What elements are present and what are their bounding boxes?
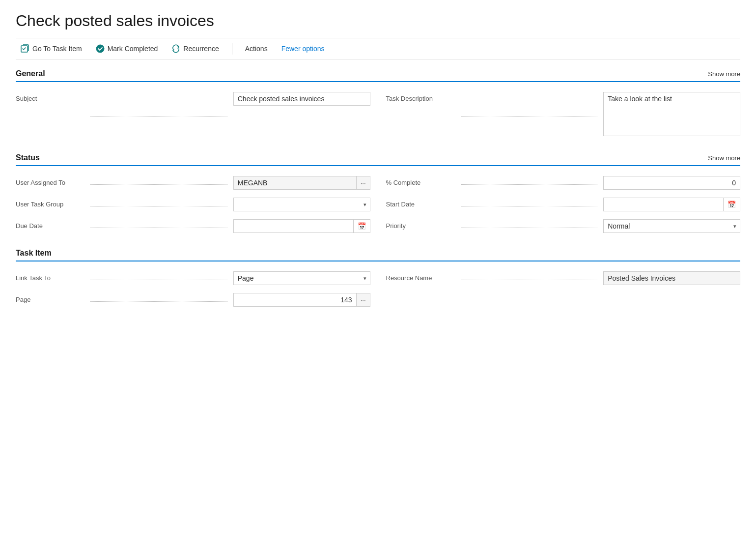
status-section-title: Status xyxy=(16,153,40,162)
page-label: Page xyxy=(16,293,84,303)
page-input[interactable] xyxy=(233,293,356,307)
user-assigned-dots xyxy=(90,184,227,185)
go-to-task-icon xyxy=(21,44,29,53)
task-item-section-title: Task Item xyxy=(16,249,52,258)
due-date-calendar-button[interactable]: 📅 xyxy=(353,219,370,233)
user-assigned-field-row: User Assigned To ··· xyxy=(16,176,370,190)
task-description-field-row: Task Description Take a look at the list xyxy=(386,92,741,138)
due-date-control: 📅 xyxy=(233,219,370,233)
link-task-to-select[interactable]: Page Report Codeunit xyxy=(233,271,370,285)
subject-field-row: Subject xyxy=(16,92,370,138)
user-assigned-ellipsis-button[interactable]: ··· xyxy=(356,176,370,190)
priority-field-row: Priority Normal Low High ▾ xyxy=(386,219,741,233)
resource-name-field-row: Resource Name xyxy=(386,271,741,285)
start-date-input[interactable] xyxy=(603,198,723,211)
recurrence-icon xyxy=(171,44,180,53)
toolbar-divider xyxy=(232,43,232,55)
pct-complete-field-row: % Complete xyxy=(386,176,741,190)
general-section-header: General Show more xyxy=(16,69,740,82)
start-date-input-group: 📅 xyxy=(603,198,740,211)
status-section: Status Show more User Assigned To ··· % … xyxy=(16,153,740,233)
task-item-section: Task Item Link Task To Page Report Codeu… xyxy=(16,249,740,307)
general-section-title: General xyxy=(16,69,45,78)
user-assigned-input-group: ··· xyxy=(233,176,370,190)
page-ellipsis-button[interactable]: ··· xyxy=(356,293,370,307)
due-date-dots xyxy=(90,228,227,228)
start-date-field-row: Start Date 📅 xyxy=(386,198,741,211)
fewer-options-button[interactable]: Fewer options xyxy=(277,43,330,55)
start-date-calendar-button[interactable]: 📅 xyxy=(723,198,740,211)
user-task-group-dots xyxy=(90,206,227,206)
task-description-control: Take a look at the list xyxy=(603,92,740,138)
general-show-more-button[interactable]: Show more xyxy=(708,70,740,78)
user-task-group-field-row: User Task Group ▾ xyxy=(16,198,370,211)
start-date-control: 📅 xyxy=(603,198,740,211)
mark-completed-icon xyxy=(96,44,105,53)
pct-complete-dots xyxy=(461,184,598,185)
status-show-more-button[interactable]: Show more xyxy=(708,154,740,162)
page-dots xyxy=(90,301,227,302)
due-date-label: Due Date xyxy=(16,219,84,230)
fewer-options-label: Fewer options xyxy=(281,45,325,53)
user-task-group-label: User Task Group xyxy=(16,198,84,208)
user-assigned-label: User Assigned To xyxy=(16,176,84,186)
status-section-header: Status Show more xyxy=(16,153,740,166)
mark-completed-button[interactable]: Mark Completed xyxy=(91,42,163,55)
due-date-input-group: 📅 xyxy=(233,219,370,233)
actions-button[interactable]: Actions xyxy=(240,43,273,55)
page-field-row: Page ··· xyxy=(16,293,370,307)
user-task-group-select-wrapper: ▾ xyxy=(233,198,370,211)
pct-complete-input[interactable] xyxy=(603,176,740,190)
actions-label: Actions xyxy=(245,45,268,53)
status-fields: User Assigned To ··· % Complete xyxy=(16,176,740,233)
task-description-input[interactable]: Take a look at the list xyxy=(603,92,740,136)
page-input-group: ··· xyxy=(233,293,370,307)
task-item-section-header: Task Item xyxy=(16,249,740,261)
subject-dots xyxy=(90,116,227,116)
svg-point-1 xyxy=(96,45,104,53)
toolbar: Go To Task Item Mark Completed Recur xyxy=(16,38,740,59)
user-assigned-input[interactable] xyxy=(233,176,356,190)
user-task-group-select[interactable] xyxy=(233,198,370,211)
link-task-to-field-row: Link Task To Page Report Codeunit ▾ xyxy=(16,271,370,285)
resource-name-label: Resource Name xyxy=(386,271,455,282)
due-date-field-row: Due Date 📅 xyxy=(16,219,370,233)
task-item-fields: Link Task To Page Report Codeunit ▾ Reso… xyxy=(16,271,740,307)
task-description-label: Task Description xyxy=(386,92,455,102)
priority-control: Normal Low High ▾ xyxy=(603,219,740,233)
pct-complete-label: % Complete xyxy=(386,176,455,186)
recurrence-button[interactable]: Recurrence xyxy=(167,42,224,55)
user-assigned-control: ··· xyxy=(233,176,370,190)
general-fields: Subject Task Description Take a look at … xyxy=(16,92,740,138)
page-control: ··· xyxy=(233,293,370,307)
pct-complete-control xyxy=(603,176,740,190)
priority-select-wrapper: Normal Low High ▾ xyxy=(603,219,740,233)
link-task-to-select-wrapper: Page Report Codeunit ▾ xyxy=(233,271,370,285)
priority-select[interactable]: Normal Low High xyxy=(603,219,740,233)
go-to-task-item-label: Go To Task Item xyxy=(32,45,82,53)
task-description-dots xyxy=(461,116,598,116)
subject-label: Subject xyxy=(16,92,84,102)
start-date-label: Start Date xyxy=(386,198,455,208)
subject-control xyxy=(233,92,370,106)
resource-name-dots xyxy=(461,280,598,280)
page-title: Check posted sales invoices xyxy=(16,12,740,30)
due-date-input[interactable] xyxy=(233,219,353,233)
user-task-group-control: ▾ xyxy=(233,198,370,211)
go-to-task-item-button[interactable]: Go To Task Item xyxy=(16,42,87,55)
resource-name-control xyxy=(603,271,740,285)
start-date-dots xyxy=(461,206,598,206)
priority-label: Priority xyxy=(386,219,455,230)
link-task-to-label: Link Task To xyxy=(16,271,84,282)
mark-completed-label: Mark Completed xyxy=(108,45,158,53)
general-section: General Show more Subject Task Descripti… xyxy=(16,69,740,138)
subject-input[interactable] xyxy=(233,92,370,106)
resource-name-input[interactable] xyxy=(603,271,740,285)
link-task-to-dots xyxy=(90,280,227,280)
priority-dots xyxy=(461,228,598,228)
link-task-to-control: Page Report Codeunit ▾ xyxy=(233,271,370,285)
recurrence-label: Recurrence xyxy=(183,45,219,53)
